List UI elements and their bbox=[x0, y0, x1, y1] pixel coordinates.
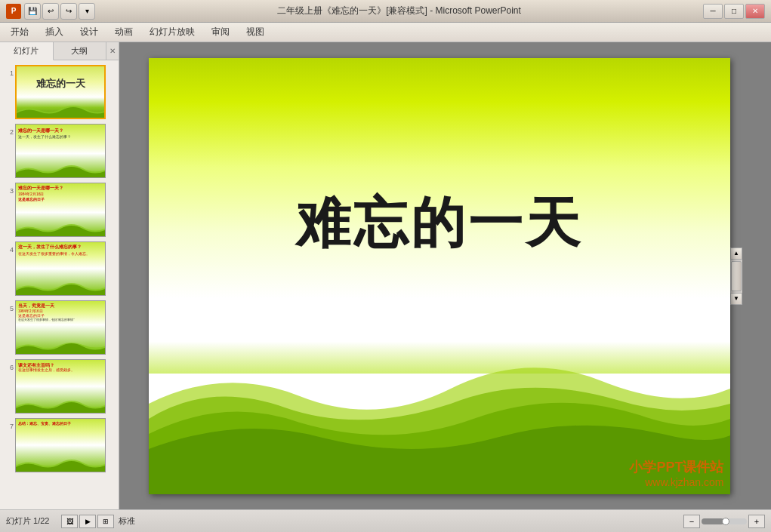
undo-button[interactable]: ↩ bbox=[42, 3, 59, 20]
tab-slides[interactable]: 幻灯片 bbox=[0, 42, 54, 60]
view-label: 标准 bbox=[119, 515, 135, 527]
slide4-text2: 在这天发生了很多重要的事情，令人难忘。 bbox=[18, 252, 103, 257]
slide-thumb-6[interactable]: 课文还有主旨吗？ 在这些事情发生之后，感受颇多。 bbox=[15, 359, 106, 414]
zoom-out-button[interactable]: − bbox=[683, 515, 700, 528]
zoom-in-button[interactable]: + bbox=[748, 515, 765, 528]
title-bar-left: P 💾 ↩ ↪ ▾ bbox=[6, 3, 95, 20]
customize-button[interactable]: ▾ bbox=[79, 3, 95, 20]
content-area: 难忘的一天 小学PPT课件站 www.kjzhan.com ▲ ▼ bbox=[119, 42, 771, 509]
slide-thumb-2[interactable]: 难忘的一天是哪一天？ 这一天，发生了什么难忘的事？ bbox=[15, 124, 106, 178]
right-scrollbar[interactable]: ▲ ▼ bbox=[730, 248, 742, 305]
slide-item-6[interactable]: 6 课文还有主旨吗？ 在这些事情发生之后，感受颇多。 bbox=[0, 358, 119, 415]
slide-canvas[interactable]: 难忘的一天 小学PPT课件站 www.kjzhan.com bbox=[149, 58, 730, 494]
slide-list[interactable]: 1 难忘的一天 2 难忘的一天是哪一天？ 这一天，发生了什么难忘的事？ bbox=[0, 60, 119, 509]
minimize-button[interactable]: ─ bbox=[703, 4, 723, 19]
app-icon: P bbox=[6, 4, 21, 19]
slide-item-3[interactable]: 3 难忘的一天是哪一天？ 1984年2月16日 这是难忘的日子 bbox=[0, 181, 119, 238]
slide-panel: 幻灯片 大纲 ✕ 1 难忘的一天 2 bbox=[0, 42, 119, 509]
slide7-text: 总结：难忘、宝贵、难忘的日子 bbox=[18, 421, 103, 426]
menu-item-slideshow[interactable]: 幻灯片放映 bbox=[142, 24, 202, 40]
panel-close-button[interactable]: ✕ bbox=[106, 42, 119, 60]
slide3-text2: 1984年2月16日 bbox=[18, 192, 103, 197]
save-button[interactable]: 💾 bbox=[24, 3, 41, 20]
menu-item-animation[interactable]: 动画 bbox=[107, 24, 140, 40]
view-icons: 🖼 ▶ ⊞ 标准 bbox=[61, 515, 135, 528]
menu-item-view[interactable]: 视图 bbox=[239, 24, 272, 40]
panel-tabs: 幻灯片 大纲 ✕ bbox=[0, 42, 119, 60]
main-slide-title: 难忘的一天 bbox=[149, 187, 730, 260]
scroll-track[interactable] bbox=[731, 260, 742, 293]
slide-wave-svg bbox=[149, 328, 730, 494]
window-title: 二年级上册《难忘的一天》[兼容模式] - Microsoft PowerPoin… bbox=[95, 5, 703, 17]
slide3-text1: 难忘的一天是哪一天？ bbox=[18, 186, 103, 192]
slide4-text1: 这一天，发生了什么难忘的事？ bbox=[18, 244, 103, 251]
zoom-slider[interactable] bbox=[702, 518, 747, 524]
slide6-text2: 在这些事情发生之后，感受颇多。 bbox=[18, 368, 103, 373]
slide-number-6: 6 bbox=[3, 359, 14, 371]
slide-info: 幻灯片 1/22 bbox=[6, 515, 49, 527]
slide-number-3: 3 bbox=[3, 183, 14, 195]
slide2-subtext: 这一天，发生了什么难忘的事？ bbox=[18, 134, 103, 140]
slide-number-1: 1 bbox=[3, 65, 14, 77]
slide-item-5[interactable]: 5 当天，究竟是一天 1984年2月16日 这是难忘的日子 在这天发生了很多事情… bbox=[0, 299, 119, 356]
close-button[interactable]: ✕ bbox=[745, 4, 765, 19]
menu-item-insert[interactable]: 插入 bbox=[38, 24, 71, 40]
status-right: − + bbox=[683, 515, 765, 528]
slide-thumb-1[interactable]: 难忘的一天 bbox=[15, 65, 106, 119]
slide6-text1: 课文还有主旨吗？ bbox=[18, 362, 103, 368]
slide-number-5: 5 bbox=[3, 300, 14, 312]
slide3-text3: 这是难忘的日子 bbox=[18, 197, 103, 202]
title-bar: P 💾 ↩ ↪ ▾ 二年级上册《难忘的一天》[兼容模式] - Microsoft… bbox=[0, 0, 771, 23]
slide-thumb-5[interactable]: 当天，究竟是一天 1984年2月16日 这是难忘的日子 在这天发生了很多事情，包… bbox=[15, 300, 106, 355]
slide5-text1: 当天，究竟是一天 bbox=[18, 303, 103, 309]
slide-thumb-3[interactable]: 难忘的一天是哪一天？ 1984年2月16日 这是难忘的日子 bbox=[15, 183, 106, 237]
slide-number-2: 2 bbox=[3, 124, 14, 136]
menu-item-design[interactable]: 设计 bbox=[72, 24, 106, 40]
slide-thumb-7[interactable]: 总结：难忘、宝贵、难忘的日子 bbox=[15, 418, 106, 472]
menu-item-review[interactable]: 审阅 bbox=[204, 24, 237, 40]
view-icon-play[interactable]: ▶ bbox=[79, 515, 96, 528]
slide2-text: 难忘的一天是哪一天？ bbox=[18, 128, 103, 134]
slide-item-2[interactable]: 2 难忘的一天是哪一天？ 这一天，发生了什么难忘的事？ bbox=[0, 122, 119, 180]
slide-number-7: 7 bbox=[3, 418, 14, 430]
slide-item-7[interactable]: 7 总结：难忘、宝贵、难忘的日子 bbox=[0, 417, 119, 474]
slide-item-1[interactable]: 1 难忘的一天 bbox=[0, 63, 119, 121]
slide-number-4: 4 bbox=[3, 241, 14, 254]
slide5-text4: 在这天发生了很多事情，包括"难忘的事情" bbox=[18, 318, 103, 321]
menu-item-start[interactable]: 开始 bbox=[3, 24, 36, 40]
window-controls: ─ □ ✕ bbox=[703, 4, 765, 19]
scroll-thumb[interactable] bbox=[731, 261, 742, 291]
view-icon-grid[interactable]: ⊞ bbox=[97, 515, 114, 528]
slide-item-4[interactable]: 4 这一天，发生了什么难忘的事？ 在这天发生了很多重要的事情，令人难忘。 bbox=[0, 240, 119, 297]
redo-button[interactable]: ↪ bbox=[60, 3, 77, 20]
tab-outline[interactable]: 大纲 bbox=[54, 42, 107, 60]
menu-bar: 开始 插入 设计 动画 幻灯片放映 审阅 视图 bbox=[0, 23, 771, 42]
slide-thumb-4[interactable]: 这一天，发生了什么难忘的事？ 在这天发生了很多重要的事情，令人难忘。 bbox=[15, 241, 106, 296]
main-layout: 幻灯片 大纲 ✕ 1 难忘的一天 2 bbox=[0, 42, 771, 509]
status-left: 幻灯片 1/22 🖼 ▶ ⊞ 标准 bbox=[6, 515, 135, 528]
view-icon-photo[interactable]: 🖼 bbox=[61, 515, 78, 528]
slide1-title: 难忘的一天 bbox=[17, 77, 104, 91]
quick-access-toolbar: 💾 ↩ ↪ ▾ bbox=[24, 3, 95, 20]
scroll-up-button[interactable]: ▲ bbox=[730, 248, 742, 260]
status-bar: 幻灯片 1/22 🖼 ▶ ⊞ 标准 − + bbox=[0, 509, 771, 532]
scroll-down-button[interactable]: ▼ bbox=[730, 293, 742, 305]
maximize-button[interactable]: □ bbox=[724, 4, 744, 19]
